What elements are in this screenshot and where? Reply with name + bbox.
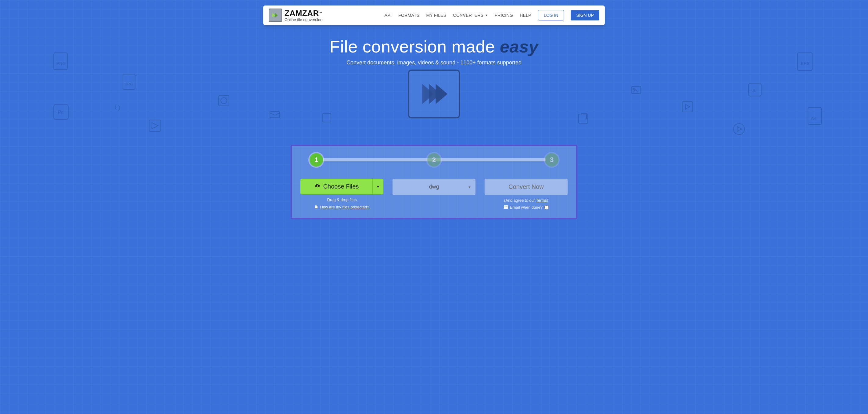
nav-formats[interactable]: FORMATS xyxy=(398,13,420,18)
doodle-icon: AVI xyxy=(806,106,825,127)
converter-panel: 1 2 3 Choose Files ▼ Drag & drop files H… xyxy=(291,145,577,219)
hero-title: File conversion made easy xyxy=(0,37,868,56)
step-2: 2 xyxy=(427,153,441,167)
hero: File conversion made easy Convert docume… xyxy=(0,37,868,143)
brand-tagline: Online file conversion xyxy=(284,18,322,22)
doodle-icon xyxy=(148,118,163,134)
step-indicator: 1 2 3 xyxy=(301,153,567,167)
nav-api[interactable]: API xyxy=(384,13,392,18)
svg-text:PNG: PNG xyxy=(56,61,66,66)
nav-help[interactable]: HELP xyxy=(520,13,531,18)
terms-text: (And agree to our Terms) xyxy=(485,198,567,203)
hero-subtitle: Convert documents, images, videos & soun… xyxy=(0,59,868,66)
svg-text:Ai: Ai xyxy=(752,88,756,93)
chevron-down-icon: ▼ xyxy=(376,184,380,189)
doodle-icon: PNG xyxy=(52,51,70,72)
main-header: ZAMZAR™ Online file conversion API FORMA… xyxy=(263,5,605,25)
logo-icon xyxy=(269,8,282,22)
convert-now-button[interactable]: Convert Now xyxy=(485,179,567,195)
svg-text:Ps: Ps xyxy=(58,110,63,115)
chevron-down-icon: ▼ xyxy=(485,14,488,17)
format-dropdown[interactable]: dwg ▼ xyxy=(393,179,475,195)
lock-icon xyxy=(314,204,318,210)
doodle-icon xyxy=(577,112,590,126)
svg-point-19 xyxy=(734,123,744,135)
email-when-done[interactable]: Email when done? xyxy=(504,205,548,210)
step-3: 3 xyxy=(545,153,558,167)
logo[interactable]: ZAMZAR™ Online file conversion xyxy=(269,8,322,22)
drag-hint: Drag & drop files xyxy=(301,197,383,202)
doodle-icon xyxy=(217,94,231,108)
login-button[interactable]: LOG IN xyxy=(538,10,564,21)
doodle-icon xyxy=(681,100,694,114)
doodle-icon xyxy=(113,103,122,114)
envelope-icon xyxy=(504,205,508,210)
choose-files-dropdown[interactable]: ▼ xyxy=(372,179,383,194)
svg-rect-6 xyxy=(149,120,161,131)
top-nav: API FORMATS MY FILES CONVERTERS▼ PRICING… xyxy=(384,10,599,21)
brand-name: ZAMZAR xyxy=(284,8,319,18)
signup-button[interactable]: SIGN UP xyxy=(570,10,599,21)
svg-rect-7 xyxy=(219,95,229,106)
doodle-icon: Ps xyxy=(52,103,70,121)
brand-tm: ™ xyxy=(319,11,322,14)
cloud-upload-icon xyxy=(314,183,321,190)
svg-rect-22 xyxy=(315,206,317,208)
email-checkbox[interactable] xyxy=(545,205,548,209)
doodle-icon: JPG xyxy=(121,72,138,92)
nav-pricing[interactable]: PRICING xyxy=(495,13,513,18)
svg-rect-20 xyxy=(322,114,331,122)
svg-rect-16 xyxy=(682,101,693,112)
sketch-area: PNG JPG Ps EPS Ai AVI xyxy=(0,69,868,143)
svg-point-18 xyxy=(633,88,635,90)
chevron-down-icon: ▼ xyxy=(468,185,471,189)
step-1: 1 xyxy=(310,153,323,167)
doodle-icon xyxy=(630,85,642,95)
nav-converters[interactable]: CONVERTERS▼ xyxy=(453,13,488,18)
doodle-icon xyxy=(321,112,333,124)
hero-logo-icon xyxy=(408,69,460,118)
doodle-icon: Ai xyxy=(747,82,764,98)
doodle-icon xyxy=(732,121,747,137)
svg-rect-9 xyxy=(270,112,280,118)
doodle-icon xyxy=(269,109,281,120)
doodle-icon: EPS xyxy=(796,51,816,74)
terms-link[interactable]: Terms xyxy=(536,198,547,203)
nav-myfiles[interactable]: MY FILES xyxy=(426,13,446,18)
svg-text:AVI: AVI xyxy=(811,116,818,121)
svg-text:JPG: JPG xyxy=(125,82,133,86)
svg-text:EPS: EPS xyxy=(801,61,809,66)
choose-files-button[interactable]: Choose Files xyxy=(301,179,372,194)
svg-point-8 xyxy=(221,98,227,104)
protection-link[interactable]: How are my files protected? xyxy=(320,205,369,209)
